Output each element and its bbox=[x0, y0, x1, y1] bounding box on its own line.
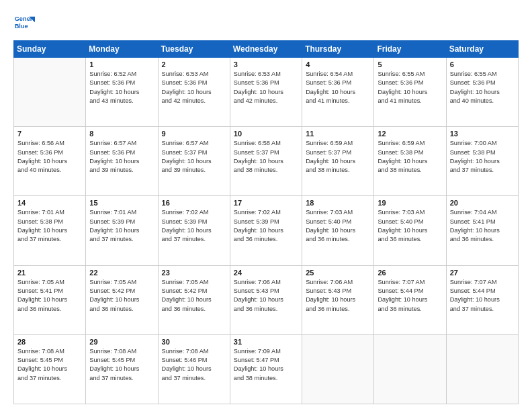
calendar-cell: 8Sunrise: 6:57 AM Sunset: 5:36 PM Daylig… bbox=[86, 127, 158, 196]
calendar-cell: 14Sunrise: 7:01 AM Sunset: 5:38 PM Dayli… bbox=[14, 196, 86, 265]
day-number: 16 bbox=[162, 199, 226, 207]
day-info: Sunrise: 6:53 AM Sunset: 5:36 PM Dayligh… bbox=[162, 70, 226, 105]
calendar-cell: 5Sunrise: 6:55 AM Sunset: 5:36 PM Daylig… bbox=[374, 58, 446, 127]
calendar-cell: 4Sunrise: 6:54 AM Sunset: 5:36 PM Daylig… bbox=[302, 58, 374, 127]
day-number: 27 bbox=[450, 269, 515, 277]
day-info: Sunrise: 7:08 AM Sunset: 5:46 PM Dayligh… bbox=[162, 347, 226, 383]
calendar-table: SundayMondayTuesdayWednesdayThursdayFrid… bbox=[13, 40, 519, 404]
day-number: 5 bbox=[378, 60, 442, 68]
logo-icon: General Blue bbox=[13, 12, 35, 34]
calendar-cell: 6Sunrise: 6:55 AM Sunset: 5:36 PM Daylig… bbox=[446, 58, 518, 127]
calendar-cell: 28Sunrise: 7:08 AM Sunset: 5:45 PM Dayli… bbox=[14, 334, 86, 404]
day-info: Sunrise: 6:59 AM Sunset: 5:38 PM Dayligh… bbox=[378, 139, 442, 175]
day-header-thursday: Thursday bbox=[302, 41, 374, 58]
calendar-cell: 3Sunrise: 6:53 AM Sunset: 5:36 PM Daylig… bbox=[230, 58, 302, 127]
logo: General Blue bbox=[13, 12, 35, 34]
day-info: Sunrise: 6:55 AM Sunset: 5:36 PM Dayligh… bbox=[378, 70, 442, 105]
day-header-monday: Monday bbox=[86, 41, 158, 58]
day-number: 23 bbox=[162, 269, 226, 277]
calendar-body: 1Sunrise: 6:52 AM Sunset: 5:36 PM Daylig… bbox=[14, 58, 519, 404]
day-number: 7 bbox=[17, 130, 82, 138]
week-row-2: 14Sunrise: 7:01 AM Sunset: 5:38 PM Dayli… bbox=[14, 196, 519, 265]
day-number: 20 bbox=[450, 199, 515, 207]
day-number: 22 bbox=[89, 269, 154, 277]
calendar-cell: 22Sunrise: 7:05 AM Sunset: 5:42 PM Dayli… bbox=[86, 265, 158, 334]
day-header-friday: Friday bbox=[374, 41, 446, 58]
day-info: Sunrise: 6:57 AM Sunset: 5:36 PM Dayligh… bbox=[89, 139, 154, 175]
day-info: Sunrise: 7:04 AM Sunset: 5:41 PM Dayligh… bbox=[450, 208, 515, 244]
calendar-cell: 12Sunrise: 6:59 AM Sunset: 5:38 PM Dayli… bbox=[374, 127, 446, 196]
calendar-cell: 19Sunrise: 7:03 AM Sunset: 5:40 PM Dayli… bbox=[374, 196, 446, 265]
calendar-cell: 23Sunrise: 7:05 AM Sunset: 5:42 PM Dayli… bbox=[158, 265, 230, 334]
week-row-0: 1Sunrise: 6:52 AM Sunset: 5:36 PM Daylig… bbox=[14, 58, 519, 127]
svg-text:Blue: Blue bbox=[15, 23, 28, 30]
calendar-cell bbox=[14, 58, 86, 127]
day-number: 1 bbox=[89, 60, 154, 68]
page-header: General Blue bbox=[13, 12, 519, 34]
calendar-cell: 17Sunrise: 7:02 AM Sunset: 5:39 PM Dayli… bbox=[230, 196, 302, 265]
day-info: Sunrise: 7:01 AM Sunset: 5:39 PM Dayligh… bbox=[89, 208, 154, 244]
day-info: Sunrise: 7:03 AM Sunset: 5:40 PM Dayligh… bbox=[306, 208, 370, 244]
day-info: Sunrise: 7:05 AM Sunset: 5:41 PM Dayligh… bbox=[17, 278, 82, 314]
day-info: Sunrise: 7:06 AM Sunset: 5:43 PM Dayligh… bbox=[234, 278, 298, 314]
day-number: 9 bbox=[162, 130, 226, 138]
calendar-header-row: SundayMondayTuesdayWednesdayThursdayFrid… bbox=[14, 41, 519, 58]
calendar-cell: 11Sunrise: 6:59 AM Sunset: 5:37 PM Dayli… bbox=[302, 127, 374, 196]
day-info: Sunrise: 7:05 AM Sunset: 5:42 PM Dayligh… bbox=[162, 278, 226, 314]
day-info: Sunrise: 6:58 AM Sunset: 5:37 PM Dayligh… bbox=[234, 139, 298, 175]
calendar-cell: 13Sunrise: 7:00 AM Sunset: 5:38 PM Dayli… bbox=[446, 127, 518, 196]
day-info: Sunrise: 7:08 AM Sunset: 5:45 PM Dayligh… bbox=[89, 347, 154, 383]
day-number: 18 bbox=[306, 199, 370, 207]
week-row-4: 28Sunrise: 7:08 AM Sunset: 5:45 PM Dayli… bbox=[14, 334, 519, 404]
day-number: 2 bbox=[162, 60, 226, 68]
calendar-cell: 30Sunrise: 7:08 AM Sunset: 5:46 PM Dayli… bbox=[158, 334, 230, 404]
day-info: Sunrise: 7:08 AM Sunset: 5:45 PM Dayligh… bbox=[17, 347, 82, 383]
calendar-cell: 16Sunrise: 7:02 AM Sunset: 5:39 PM Dayli… bbox=[158, 196, 230, 265]
day-info: Sunrise: 6:55 AM Sunset: 5:36 PM Dayligh… bbox=[450, 70, 515, 105]
calendar-cell: 21Sunrise: 7:05 AM Sunset: 5:41 PM Dayli… bbox=[14, 265, 86, 334]
calendar-cell: 25Sunrise: 7:06 AM Sunset: 5:43 PM Dayli… bbox=[302, 265, 374, 334]
day-header-sunday: Sunday bbox=[14, 41, 86, 58]
day-number: 28 bbox=[17, 338, 82, 346]
day-number: 4 bbox=[306, 60, 370, 68]
calendar-cell: 20Sunrise: 7:04 AM Sunset: 5:41 PM Dayli… bbox=[446, 196, 518, 265]
week-row-1: 7Sunrise: 6:56 AM Sunset: 5:36 PM Daylig… bbox=[14, 127, 519, 196]
day-info: Sunrise: 7:00 AM Sunset: 5:38 PM Dayligh… bbox=[450, 139, 515, 175]
week-row-3: 21Sunrise: 7:05 AM Sunset: 5:41 PM Dayli… bbox=[14, 265, 519, 334]
day-number: 8 bbox=[89, 130, 154, 138]
day-number: 15 bbox=[89, 199, 154, 207]
day-number: 31 bbox=[234, 338, 298, 346]
calendar-cell: 29Sunrise: 7:08 AM Sunset: 5:45 PM Dayli… bbox=[86, 334, 158, 404]
day-info: Sunrise: 6:59 AM Sunset: 5:37 PM Dayligh… bbox=[306, 139, 370, 175]
calendar-cell: 10Sunrise: 6:58 AM Sunset: 5:37 PM Dayli… bbox=[230, 127, 302, 196]
calendar-cell bbox=[302, 334, 374, 404]
day-number: 10 bbox=[234, 130, 298, 138]
calendar-cell bbox=[446, 334, 518, 404]
day-number: 24 bbox=[234, 269, 298, 277]
day-number: 29 bbox=[89, 338, 154, 346]
day-header-wednesday: Wednesday bbox=[230, 41, 302, 58]
calendar-cell: 31Sunrise: 7:09 AM Sunset: 5:47 PM Dayli… bbox=[230, 334, 302, 404]
calendar-cell: 27Sunrise: 7:07 AM Sunset: 5:44 PM Dayli… bbox=[446, 265, 518, 334]
day-number: 21 bbox=[17, 269, 82, 277]
day-number: 19 bbox=[378, 199, 442, 207]
day-number: 26 bbox=[378, 269, 442, 277]
day-number: 25 bbox=[306, 269, 370, 277]
calendar-cell: 24Sunrise: 7:06 AM Sunset: 5:43 PM Dayli… bbox=[230, 265, 302, 334]
day-info: Sunrise: 7:03 AM Sunset: 5:40 PM Dayligh… bbox=[378, 208, 442, 244]
day-info: Sunrise: 7:01 AM Sunset: 5:38 PM Dayligh… bbox=[17, 208, 82, 244]
day-info: Sunrise: 7:02 AM Sunset: 5:39 PM Dayligh… bbox=[162, 208, 226, 244]
day-number: 12 bbox=[378, 130, 442, 138]
day-number: 17 bbox=[234, 199, 298, 207]
calendar-cell: 26Sunrise: 7:07 AM Sunset: 5:44 PM Dayli… bbox=[374, 265, 446, 334]
day-info: Sunrise: 6:52 AM Sunset: 5:36 PM Dayligh… bbox=[89, 70, 154, 105]
calendar-cell: 2Sunrise: 6:53 AM Sunset: 5:36 PM Daylig… bbox=[158, 58, 230, 127]
calendar-cell: 7Sunrise: 6:56 AM Sunset: 5:36 PM Daylig… bbox=[14, 127, 86, 196]
day-number: 6 bbox=[450, 60, 515, 68]
day-header-tuesday: Tuesday bbox=[158, 41, 230, 58]
day-number: 30 bbox=[162, 338, 226, 346]
day-info: Sunrise: 6:54 AM Sunset: 5:36 PM Dayligh… bbox=[306, 70, 370, 105]
day-header-saturday: Saturday bbox=[446, 41, 518, 58]
day-info: Sunrise: 6:56 AM Sunset: 5:36 PM Dayligh… bbox=[17, 139, 82, 175]
day-info: Sunrise: 7:07 AM Sunset: 5:44 PM Dayligh… bbox=[378, 278, 442, 314]
